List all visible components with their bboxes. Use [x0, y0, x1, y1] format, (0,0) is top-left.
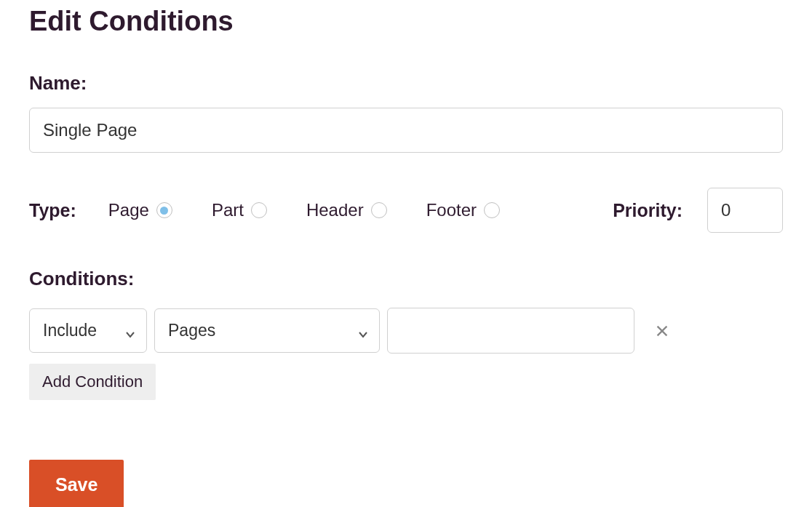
- type-radio-part[interactable]: Part: [212, 200, 267, 220]
- remove-condition-button[interactable]: [648, 316, 677, 346]
- radio-indicator: [484, 202, 500, 218]
- add-condition-button[interactable]: Add Condition: [29, 364, 156, 400]
- condition-scope-select[interactable]: Pages: [154, 308, 380, 353]
- condition-row: Include Pages: [29, 308, 783, 354]
- type-radio-page-label: Page: [108, 200, 149, 220]
- condition-scope-value: Pages: [168, 321, 215, 340]
- chevron-down-icon: [357, 325, 369, 337]
- radio-indicator: [371, 202, 387, 218]
- type-radio-group: Page Part Header Footer: [108, 200, 500, 220]
- type-radio-footer[interactable]: Footer: [426, 200, 500, 220]
- close-icon: [654, 323, 670, 339]
- conditions-section: Conditions: Include Pages Add Condition: [29, 268, 783, 400]
- priority-label: Priority:: [613, 200, 682, 221]
- type-radio-part-label: Part: [212, 200, 244, 220]
- type-radio-header-label: Header: [306, 200, 364, 220]
- priority-block: Priority:: [613, 188, 783, 233]
- name-input[interactable]: [29, 108, 783, 153]
- type-radio-footer-label: Footer: [426, 200, 477, 220]
- page-title: Edit Conditions: [29, 6, 783, 37]
- type-radio-page[interactable]: Page: [108, 200, 172, 220]
- type-radio-header[interactable]: Header: [306, 200, 387, 220]
- radio-indicator: [156, 202, 172, 218]
- priority-input[interactable]: [707, 188, 783, 233]
- chevron-down-icon: [124, 325, 136, 337]
- condition-inclusion-value: Include: [43, 321, 97, 340]
- save-button[interactable]: Save: [29, 460, 124, 507]
- type-row: Type: Page Part Header Footer Priority:: [29, 188, 783, 233]
- radio-indicator: [251, 202, 267, 218]
- name-label: Name:: [29, 72, 783, 95]
- condition-inclusion-select[interactable]: Include: [29, 308, 147, 353]
- conditions-label: Conditions:: [29, 268, 783, 290]
- name-section: Name:: [29, 72, 783, 153]
- condition-value-input[interactable]: [387, 308, 634, 354]
- type-label: Type:: [29, 200, 76, 221]
